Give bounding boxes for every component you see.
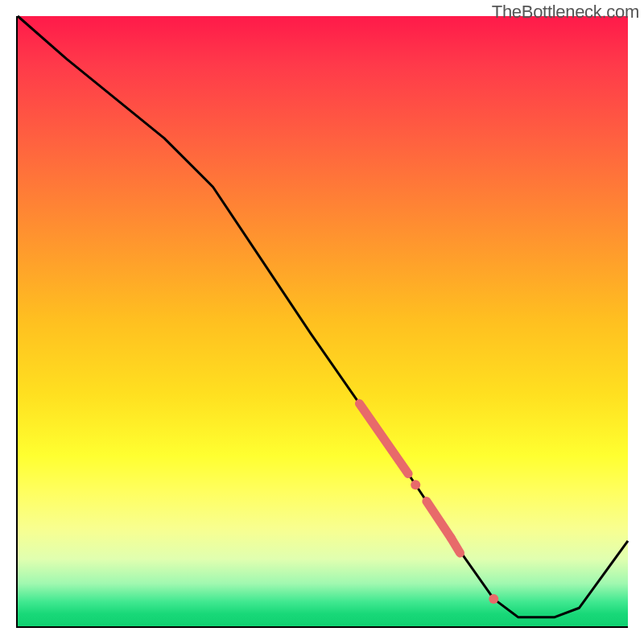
chart-svg (18, 16, 628, 626)
watermark-label: TheBottleneck.com (492, 2, 639, 23)
chart-container: TheBottleneck.com (0, 0, 644, 644)
series-highlight-segment (359, 403, 408, 473)
series-highlight-dash-2 (451, 538, 460, 553)
plot-area (16, 16, 628, 628)
series-highlight-dash-1 (427, 502, 451, 538)
point-dot-1 (411, 480, 420, 489)
point-dot-2 (489, 594, 498, 604)
series-main-curve (18, 16, 628, 617)
